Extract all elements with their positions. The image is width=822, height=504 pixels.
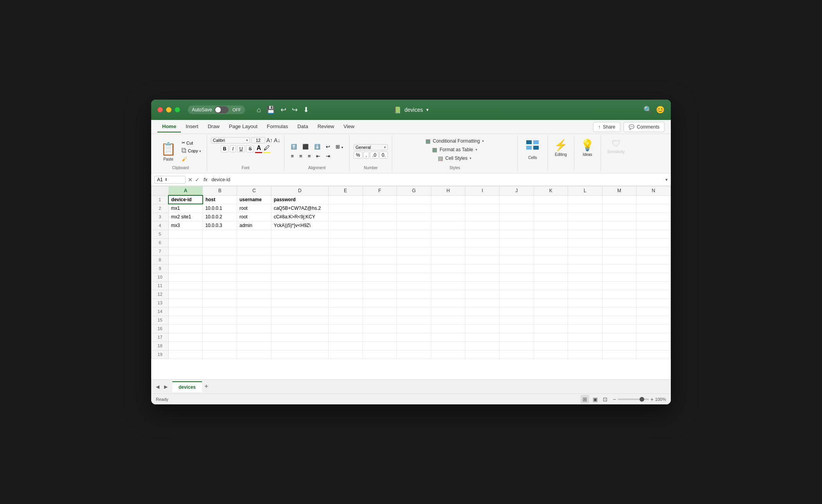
cell[interactable] (499, 247, 534, 256)
cell[interactable] (499, 350, 534, 359)
cell[interactable] (363, 204, 397, 213)
cell[interactable] (328, 195, 363, 204)
cell[interactable]: 10.0.0.1 (203, 204, 237, 213)
cell[interactable] (499, 256, 534, 264)
col-header-I[interactable]: I (465, 186, 500, 196)
col-header-A[interactable]: A (168, 186, 203, 196)
cell[interactable] (499, 298, 534, 307)
decrease-indent-button[interactable]: ⇤ (314, 152, 323, 160)
cell[interactable] (465, 221, 500, 230)
cell[interactable] (237, 230, 272, 238)
cell[interactable] (168, 350, 203, 359)
cell[interactable] (534, 273, 568, 281)
cell[interactable] (397, 316, 431, 324)
cell[interactable] (534, 230, 568, 238)
cell[interactable] (602, 298, 636, 307)
cell[interactable] (568, 256, 602, 264)
cell[interactable] (431, 298, 465, 307)
cell[interactable] (534, 264, 568, 273)
cell[interactable] (602, 307, 636, 316)
col-header-E[interactable]: E (328, 186, 363, 196)
cell[interactable] (363, 307, 397, 316)
editing-button[interactable]: ⚡ Editing (552, 137, 570, 157)
cell[interactable] (568, 350, 602, 359)
cell[interactable] (636, 195, 671, 204)
cut-button[interactable]: ✂ Cut (180, 139, 203, 146)
font-size-down-icon[interactable]: A↓ (274, 137, 280, 143)
cell[interactable] (203, 333, 237, 341)
cell[interactable] (534, 204, 568, 213)
tab-formulas[interactable]: Formulas (262, 121, 293, 132)
cell[interactable] (168, 307, 203, 316)
cell[interactable] (363, 298, 397, 307)
align-left-button[interactable]: ≡ (288, 152, 296, 160)
cell[interactable] (499, 307, 534, 316)
cell[interactable] (237, 307, 272, 316)
cell[interactable] (168, 230, 203, 238)
cell[interactable] (568, 333, 602, 341)
increase-indent-button[interactable]: ⇥ (323, 152, 332, 160)
align-right-button[interactable]: ≡ (306, 152, 313, 160)
cell[interactable] (328, 273, 363, 281)
cell[interactable] (465, 204, 500, 213)
cell[interactable] (499, 230, 534, 238)
confirm-formula-icon[interactable]: ✓ (195, 177, 200, 183)
wrap-text-button[interactable]: ↩ (323, 143, 332, 151)
cell[interactable] (636, 230, 671, 238)
font-color-button[interactable]: A (255, 145, 262, 153)
cell[interactable]: YckA))5)*}v<H9Z\ (271, 221, 328, 230)
cell[interactable] (363, 238, 397, 247)
cell[interactable] (271, 324, 328, 333)
cells-button[interactable]: Cells (522, 137, 543, 165)
cell[interactable] (534, 316, 568, 324)
cell[interactable] (636, 341, 671, 350)
cell[interactable] (534, 307, 568, 316)
cell[interactable] (431, 333, 465, 341)
cell[interactable] (397, 204, 431, 213)
col-header-F[interactable]: F (363, 186, 397, 196)
zoom-in-button[interactable]: + (650, 396, 654, 402)
cell[interactable] (168, 333, 203, 341)
autosave-toggle[interactable] (214, 106, 229, 113)
cell[interactable] (397, 213, 431, 221)
col-header-N[interactable]: N (636, 186, 671, 196)
col-header-H[interactable]: H (431, 186, 465, 196)
col-header-M[interactable]: M (602, 186, 636, 196)
cell[interactable] (363, 281, 397, 290)
cell[interactable] (363, 221, 397, 230)
cell[interactable] (271, 247, 328, 256)
cell[interactable] (602, 221, 636, 230)
cell[interactable] (465, 264, 500, 273)
cell[interactable] (465, 341, 500, 350)
cell[interactable]: cC#8a:K>R<9j;KCY (271, 213, 328, 221)
font-size-up-icon[interactable]: A↑ (266, 137, 273, 143)
cell-styles-button[interactable]: ▤ Cell Styles ▾ (436, 154, 474, 162)
cell[interactable] (465, 316, 500, 324)
col-header-J[interactable]: J (499, 186, 534, 196)
cell[interactable] (397, 324, 431, 333)
cell[interactable] (363, 324, 397, 333)
undo-icon[interactable]: ↩ (281, 105, 286, 114)
cell[interactable] (397, 238, 431, 247)
cell[interactable] (431, 195, 465, 204)
align-top-button[interactable]: ⬆️ (288, 143, 299, 151)
cell[interactable]: caQ5B+CW?AZ@hs.2 (271, 204, 328, 213)
cell[interactable] (499, 195, 534, 204)
search-icon[interactable]: 🔍 (643, 105, 652, 114)
cell[interactable] (168, 256, 203, 264)
align-middle-button[interactable]: ⬛ (300, 143, 311, 151)
cell[interactable] (363, 341, 397, 350)
cell[interactable] (602, 238, 636, 247)
cell[interactable] (431, 316, 465, 324)
cell[interactable] (203, 273, 237, 281)
cell[interactable] (203, 238, 237, 247)
tab-draw[interactable]: Draw (203, 121, 224, 132)
number-format-box[interactable]: General ▾ (354, 144, 388, 150)
cell[interactable] (431, 230, 465, 238)
cell[interactable] (465, 230, 500, 238)
cell[interactable] (168, 316, 203, 324)
cell[interactable] (534, 238, 568, 247)
cell[interactable]: root (237, 213, 272, 221)
cell[interactable] (465, 238, 500, 247)
cell[interactable] (168, 298, 203, 307)
